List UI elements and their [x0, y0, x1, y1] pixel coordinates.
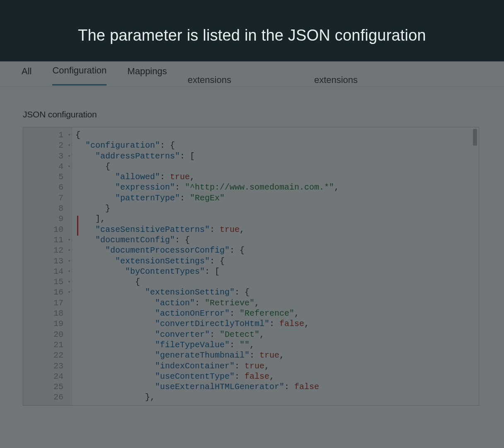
gutter-line: 24 [23, 371, 72, 382]
tutorial-heading: The parameter is listed in the JSON conf… [78, 27, 426, 44]
code-line[interactable]: "actionOnError": "Reference", [75, 308, 479, 319]
fold-arrow-icon[interactable]: ▾ [68, 235, 70, 245]
fold-arrow-icon[interactable]: ▾ [68, 130, 70, 140]
gutter-line: 21 [23, 340, 72, 350]
code-line[interactable]: { [75, 277, 479, 287]
code-line[interactable]: ], [75, 214, 479, 224]
fold-arrow-icon[interactable]: ▾ [68, 151, 70, 161]
code-line[interactable]: "converter": "Detect", [75, 329, 479, 340]
gutter-line: 19 [23, 319, 72, 329]
gutter-line: 12▾ [23, 245, 72, 256]
gutter-line: 1▾ [23, 130, 72, 140]
gutter-line: 16▾ [23, 287, 72, 297]
json-config-label: JSON configuration [23, 110, 479, 119]
code-line[interactable]: "addressPatterns": [ [75, 151, 479, 161]
code-line[interactable]: "documentProcessorConfig": { [75, 245, 479, 256]
tab-configuration[interactable]: Configuration [52, 63, 107, 85]
tab-all[interactable]: All [22, 63, 32, 85]
code-line[interactable]: { [75, 161, 479, 172]
gutter-line: 3▾ [23, 151, 72, 161]
gutter-line: 26 [23, 392, 72, 402]
gutter-line: 18 [23, 308, 72, 319]
code-line[interactable]: { [75, 130, 479, 140]
gutter-line: 5 [23, 172, 72, 182]
tab-extensions-2[interactable]: extensions [314, 63, 358, 85]
editor-caret-marker [77, 216, 78, 236]
gutter-line: 22 [23, 350, 72, 360]
gutter-line: 6 [23, 182, 72, 192]
gutter-line: 20 [23, 329, 72, 340]
gutter-line: 15▾ [23, 277, 72, 287]
gutter-line: 23 [23, 361, 72, 371]
gutter-line: 17 [23, 298, 72, 308]
code-line[interactable]: "convertDirectlyToHtml": false, [75, 319, 479, 329]
gutter-line: 9 [23, 214, 72, 224]
editor-gutter: 1▾2▾3▾4▾567891011▾12▾13▾14▾15▾16▾1718192… [23, 127, 72, 405]
gutter-line: 8 [23, 203, 72, 214]
code-line[interactable]: "documentConfig": { [75, 235, 479, 245]
code-line[interactable]: }, [75, 392, 479, 402]
content-area: JSON configuration 1▾2▾3▾4▾567891011▾12▾… [0, 87, 504, 448]
code-line[interactable]: "extensionSetting": { [75, 287, 479, 297]
fold-arrow-icon[interactable]: ▾ [68, 161, 70, 172]
code-line[interactable]: "allowed": true, [75, 172, 479, 182]
code-line[interactable]: "fileTypeValue": "", [75, 340, 479, 350]
gutter-line: 7 [23, 193, 72, 203]
tab-mappings[interactable]: Mappings [127, 63, 167, 85]
code-line[interactable]: "extensionSettings": { [75, 256, 479, 266]
json-editor[interactable]: 1▾2▾3▾4▾567891011▾12▾13▾14▾15▾16▾1718192… [23, 127, 479, 406]
gutter-line: 10 [23, 224, 72, 235]
editor-scrollbar[interactable] [473, 129, 477, 146]
fold-arrow-icon[interactable]: ▾ [68, 245, 70, 256]
code-line[interactable]: "action": "Retrieve", [75, 298, 479, 308]
editor-code[interactable]: { "configuration": { "addressPatterns": … [72, 127, 479, 405]
gutter-line: 25 [23, 382, 72, 392]
gutter-line: 4▾ [23, 161, 72, 172]
code-line[interactable]: "generateThumbnail": true, [75, 350, 479, 360]
tab-extensions-1[interactable]: extensions [188, 63, 231, 85]
fold-arrow-icon[interactable]: ▾ [68, 140, 70, 151]
code-line[interactable]: "useContentType": false, [75, 371, 479, 382]
code-line[interactable]: "byContentTypes": [ [75, 266, 479, 277]
code-line[interactable]: "patternType": "RegEx" [75, 193, 479, 203]
fold-arrow-icon[interactable]: ▾ [68, 277, 70, 287]
tutorial-heading-bar: The parameter is listed in the JSON conf… [0, 0, 504, 71]
gutter-line: 11▾ [23, 235, 72, 245]
fold-arrow-icon[interactable]: ▾ [68, 256, 70, 266]
code-line[interactable]: "expression": "^http://www.somedomain.co… [75, 182, 479, 192]
fold-arrow-icon[interactable]: ▾ [68, 266, 70, 277]
code-line[interactable]: "configuration": { [75, 140, 479, 151]
gutter-line: 13▾ [23, 256, 72, 266]
tabs-row: All Configuration Mappings extensions ex… [0, 61, 504, 87]
code-line[interactable]: "indexContainer": true, [75, 361, 479, 371]
code-line[interactable]: "caseSensitivePatterns": true, [75, 224, 479, 235]
gutter-line: 14▾ [23, 266, 72, 277]
code-line[interactable]: } [75, 203, 479, 214]
gutter-line: 2▾ [23, 140, 72, 151]
fold-arrow-icon[interactable]: ▾ [68, 287, 70, 297]
code-line[interactable]: "useExternalHTMLGenerator": false [75, 382, 479, 392]
